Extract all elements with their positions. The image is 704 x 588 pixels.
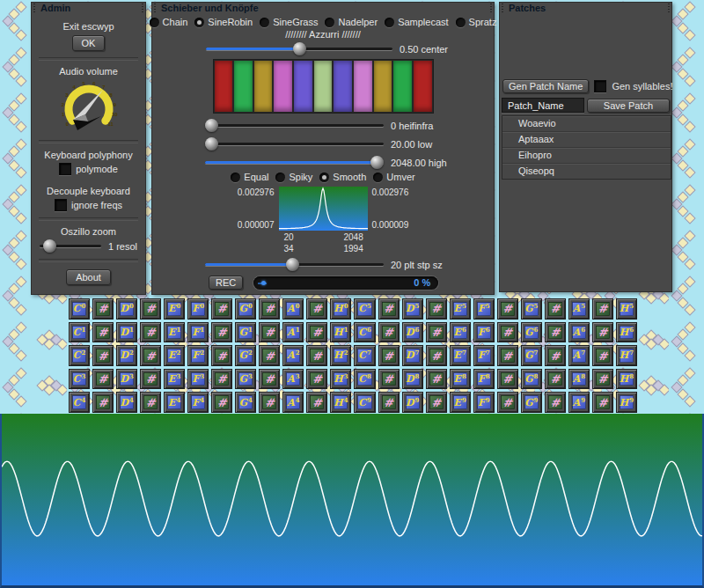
note-key-A8[interactable]: A8 [568, 369, 590, 390]
note-key-sharp[interactable]: # [92, 298, 114, 320]
note-key-D1[interactable]: D1 [116, 322, 137, 343]
note-key-F6[interactable]: F6 [473, 322, 495, 343]
note-key-sharp[interactable]: # [211, 369, 232, 390]
note-key-sharp[interactable]: # [306, 322, 327, 343]
drag-handle-icon[interactable] [154, 4, 156, 13]
note-key-H3[interactable]: H3 [330, 369, 351, 390]
patch-list-item[interactable]: Woaevio [502, 116, 671, 132]
note-key-sharp[interactable]: # [497, 392, 518, 413]
note-key-sharp[interactable]: # [140, 392, 161, 413]
note-key-D0[interactable]: D0 [116, 298, 137, 320]
note-key-E9[interactable]: E9 [450, 392, 471, 413]
note-key-D5[interactable]: D5 [402, 298, 423, 320]
low-slider[interactable] [205, 137, 384, 151]
drag-handle-icon[interactable] [490, 4, 492, 13]
mode-radio-spratz[interactable]: Spratz [456, 17, 497, 27]
note-key-E3[interactable]: E3 [164, 369, 185, 390]
note-key-sharp[interactable]: # [211, 298, 232, 320]
note-key-D4[interactable]: D4 [116, 392, 137, 413]
ok-button[interactable]: OK [72, 35, 106, 51]
note-key-G0[interactable]: G0 [235, 298, 256, 320]
note-key-sharp[interactable]: # [92, 345, 114, 366]
note-key-sharp[interactable]: # [259, 322, 280, 343]
note-key-F0[interactable]: F0 [187, 298, 209, 320]
note-key-C4[interactable]: C4 [69, 392, 90, 413]
note-key-sharp[interactable]: # [545, 392, 566, 413]
note-key-sharp[interactable]: # [592, 322, 613, 343]
note-key-E0[interactable]: E0 [164, 298, 185, 320]
patch-name-input[interactable] [502, 98, 584, 113]
note-key-sharp[interactable]: # [426, 392, 447, 413]
slider-knob[interactable] [205, 137, 218, 151]
note-key-G7[interactable]: G7 [521, 345, 542, 366]
patch-list-item[interactable]: Eihopro [502, 148, 671, 164]
note-key-sharp[interactable]: # [545, 298, 566, 320]
note-key-sharp[interactable]: # [140, 298, 161, 320]
save-patch-button[interactable]: Save Patch [587, 99, 670, 113]
note-key-sharp[interactable]: # [259, 345, 280, 366]
note-key-G4[interactable]: G4 [235, 392, 256, 413]
note-key-sharp[interactable]: # [426, 369, 447, 390]
drag-handle-icon[interactable] [33, 4, 35, 13]
note-key-sharp[interactable]: # [259, 392, 280, 413]
note-key-sharp[interactable]: # [306, 369, 327, 390]
mixer-panel-title[interactable]: Schieber und Knöpfe [152, 3, 494, 14]
note-key-G1[interactable]: G1 [235, 322, 256, 343]
note-key-sharp[interactable]: # [592, 298, 613, 320]
mode-radio-chain[interactable]: Chain [150, 17, 188, 27]
mode-radio-nadelper[interactable]: Nadelper [325, 17, 378, 27]
shape-radio-equal[interactable]: Equal [231, 172, 268, 182]
note-key-sharp[interactable]: # [378, 345, 400, 366]
note-key-A5[interactable]: A5 [568, 298, 590, 320]
note-key-F7[interactable]: F7 [473, 345, 495, 366]
note-key-C6[interactable]: C6 [354, 322, 375, 343]
note-key-H2[interactable]: H2 [330, 345, 351, 366]
note-key-sharp[interactable]: # [497, 345, 518, 366]
note-key-A1[interactable]: A1 [282, 322, 304, 343]
slider-knob[interactable] [205, 119, 218, 132]
note-key-F1[interactable]: F1 [187, 322, 209, 343]
note-key-sharp[interactable]: # [140, 369, 161, 390]
note-key-sharp[interactable]: # [497, 298, 518, 320]
drag-handle-icon[interactable] [142, 4, 143, 13]
note-key-H9[interactable]: H9 [616, 392, 637, 413]
note-key-D2[interactable]: D2 [116, 345, 137, 366]
note-key-D3[interactable]: D3 [116, 369, 137, 390]
note-key-H0[interactable]: H0 [330, 298, 351, 320]
note-key-G3[interactable]: G3 [235, 369, 256, 390]
note-key-C7[interactable]: C7 [354, 345, 375, 366]
gen-patch-name-button[interactable]: Gen Patch Name [502, 79, 589, 93]
note-key-E6[interactable]: E6 [450, 322, 471, 343]
note-key-G8[interactable]: G8 [521, 369, 542, 390]
note-key-E1[interactable]: E1 [164, 322, 185, 343]
slider-knob[interactable] [293, 42, 306, 55]
drag-handle-icon[interactable] [668, 4, 670, 13]
note-key-D7[interactable]: D7 [402, 345, 423, 366]
note-key-A0[interactable]: A0 [282, 298, 304, 320]
volume-knob[interactable]: 01234567891011 [53, 77, 125, 134]
patch-list-item[interactable]: Aptaaax [502, 132, 671, 148]
plt-step-slider[interactable] [205, 258, 384, 271]
note-key-sharp[interactable]: # [378, 369, 400, 390]
mode-radio-samplecast[interactable]: Samplecast [385, 17, 448, 27]
note-key-sharp[interactable]: # [92, 392, 114, 413]
about-button[interactable]: About [66, 269, 111, 285]
note-key-sharp[interactable]: # [426, 345, 447, 366]
note-key-F8[interactable]: F8 [473, 369, 495, 390]
note-key-sharp[interactable]: # [259, 369, 280, 390]
note-key-sharp[interactable]: # [378, 392, 400, 413]
note-key-sharp[interactable]: # [140, 345, 161, 366]
note-key-G2[interactable]: G2 [235, 345, 256, 366]
mode-radio-sinegrass[interactable]: SineGrass [260, 17, 318, 27]
note-key-A2[interactable]: A2 [282, 345, 304, 366]
note-key-H8[interactable]: H8 [616, 369, 637, 390]
note-key-D9[interactable]: D9 [402, 392, 423, 413]
note-key-sharp[interactable]: # [211, 322, 232, 343]
slider-knob[interactable] [286, 258, 299, 271]
patch-list-item[interactable]: Qiseopq [502, 164, 671, 179]
note-key-H6[interactable]: H6 [616, 322, 637, 343]
note-key-H1[interactable]: H1 [330, 322, 351, 343]
note-key-E2[interactable]: E2 [164, 345, 185, 366]
rec-button[interactable]: REC [209, 276, 243, 290]
admin-panel-title[interactable]: Admin [32, 3, 145, 14]
